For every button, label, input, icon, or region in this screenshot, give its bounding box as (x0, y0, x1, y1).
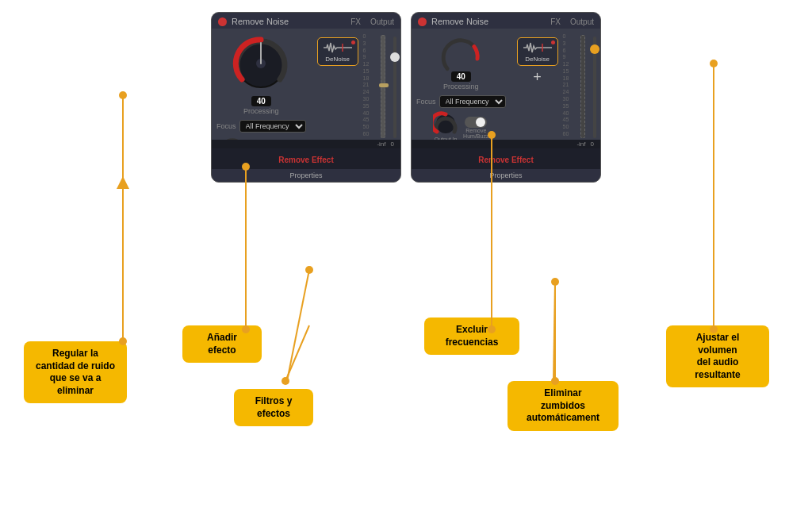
panel2-output-col (588, 32, 601, 138)
panel1-denoise-indicator (351, 40, 355, 44)
panel1-zero: 0 (391, 140, 394, 148)
panel1-output-track[interactable] (393, 37, 396, 138)
panel1-meter-bar (381, 35, 385, 138)
panel2-denoise-label: DeNoise (525, 56, 550, 63)
panel1-meter-track (379, 32, 387, 138)
panel1-focus-select[interactable]: All Frequency (239, 120, 306, 133)
panel2-bottom: Remove Effect (412, 148, 600, 169)
panel2-knob-value: 40 (451, 71, 471, 82)
panel1-header: Remove Noise FX Output (212, 13, 400, 29)
panel1-fx-label: FX (350, 17, 361, 26)
panel2-add-effect-plus[interactable]: + (533, 69, 542, 86)
panel1-properties-label: Properties (289, 171, 322, 179)
panel1-remove-effect-btn[interactable]: Remove Effect (278, 156, 333, 164)
panel1-right: DeNoise 0 3 6 9 12 15 18 21 24 30 (311, 29, 401, 140)
panel1-left: 40 Processing Focus All Frequency (212, 29, 311, 140)
panel-1: Remove Noise FX Output (211, 12, 401, 183)
panel2-toggle-thumb (476, 117, 485, 127)
panel1-bottom: Remove Effect (212, 148, 400, 169)
panel2-properties: Properties (412, 169, 600, 182)
panel1-power-dot[interactable] (218, 17, 227, 26)
panel1-processing-label: Processing (243, 107, 279, 115)
panel-2: Remove Noise FX Output 40 Proc (411, 12, 601, 183)
panel2-processing-label: Processing (443, 83, 479, 90)
tooltip-eliminar: Eliminarzumbidosautomáticament (508, 381, 619, 431)
panel1-output-col (389, 32, 401, 138)
panel1-output-knob[interactable] (390, 52, 400, 62)
panel2-focus-select[interactable]: All Frequency (439, 95, 506, 108)
panel2-denoise-indicator (551, 40, 555, 44)
main-container: Remove Noise FX Output (0, 0, 812, 508)
panel1-content: 40 Processing Focus All Frequency (212, 29, 400, 140)
panel2-toggle[interactable] (465, 117, 487, 128)
panel2-hum-label: RemoveHum/Buzz (463, 128, 488, 139)
panel2-right: DeNoise + 0 3 6 9 12 15 18 21 (511, 29, 601, 140)
panel2-properties-label: Properties (489, 171, 522, 179)
panel2-fx-label: FX (550, 17, 561, 26)
panel2-focus-label: Focus (416, 98, 436, 106)
panels-row: Remove Noise FX Output (8, 12, 804, 183)
panel2-output-knob-ball[interactable] (590, 44, 599, 54)
panel2-inf-row: -inf 0 (412, 140, 600, 148)
panel2-zero: 0 (591, 140, 594, 148)
panel2-remove-effect-btn[interactable]: Remove Effect (478, 156, 533, 164)
panel2-meter-scale: 0 3 6 9 12 15 18 21 24 30 35 40 45 50 (563, 32, 577, 138)
panel2-small-knobs: Output In RemoveHum/Buzz (433, 111, 488, 142)
panel1-output-label: Output (370, 17, 394, 26)
panel1-focus-area: Focus All Frequency (216, 120, 306, 133)
panel2-meter-track (579, 32, 587, 138)
panel1-meter-thumb[interactable] (379, 83, 389, 87)
panel1-focus-label: Focus (216, 122, 236, 130)
panel1-denoise-label: DeNoise (325, 56, 350, 63)
tooltip-filtros: Filtros yefectos (234, 389, 313, 426)
panel2-inf: -inf (576, 140, 585, 148)
panel2-header: Remove Noise FX Output (412, 13, 600, 29)
panel1-meter-scale: 0 3 6 9 12 15 18 21 24 30 35 40 45 50 (363, 32, 377, 138)
panel2-output-label: Output (570, 17, 594, 26)
panel2-output-track[interactable] (593, 37, 596, 138)
panel2-content: 40 Processing Focus All Frequency (412, 29, 600, 140)
panel1-fx-col: DeNoise (314, 32, 362, 138)
panel2-title: Remove Noise (431, 17, 550, 26)
tooltip-ajustar: Ajustar elvolumendel audioresultante (666, 325, 769, 387)
panel2-output-knob-group: Output In (433, 111, 458, 142)
tooltip-regular: Regular la cantidad de ruido que se va a… (24, 341, 127, 403)
panel2-left: 40 Processing Focus All Frequency (412, 29, 511, 140)
panel2-fx-col: DeNoise + (514, 32, 561, 138)
panel2-toggle-group: RemoveHum/Buzz (463, 111, 488, 142)
tooltip-excluir: Excluirfrecuencias (424, 318, 519, 355)
panel2-meter-bar (580, 35, 585, 138)
panel1-inf: -inf (377, 140, 385, 148)
panel1-inf-row: -inf 0 (212, 140, 400, 148)
panel1-title: Remove Noise (232, 17, 350, 26)
panel2-denoise-box[interactable]: DeNoise (517, 37, 558, 66)
panel2-output-knob-svg[interactable] (433, 111, 458, 137)
panel1-knob-value: 40 (251, 96, 271, 106)
panel1-properties: Properties (212, 169, 400, 182)
panel2-focus-area: Focus All Frequency (416, 95, 506, 108)
tooltip-anadir: Añadirefecto (182, 325, 262, 363)
panel1-denoise-box[interactable]: DeNoise (317, 37, 358, 66)
panel2-power-dot[interactable] (418, 17, 427, 26)
panel1-knob[interactable] (231, 33, 291, 94)
